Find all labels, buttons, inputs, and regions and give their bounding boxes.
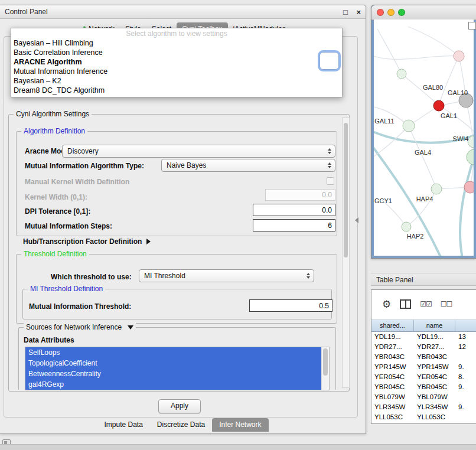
sources-legend[interactable]: Sources for Network Inference	[24, 323, 136, 331]
network-node[interactable]	[433, 100, 444, 111]
table-cell[interactable]	[455, 412, 476, 422]
network-node[interactable]	[397, 69, 406, 79]
dpi-tolerance-input[interactable]	[253, 204, 335, 216]
table-row[interactable]: YER054CYER054C8.	[371, 372, 476, 382]
algorithm-menu-item[interactable]: Bayesian – K2	[11, 76, 342, 86]
attribute-list-item[interactable]: gal4RGexp	[25, 379, 322, 390]
close-traffic-light-icon[interactable]	[377, 9, 384, 16]
table-cell[interactable]: YER054C	[414, 372, 455, 382]
table-row[interactable]: YDL19...YDL19...13	[371, 332, 476, 342]
control-panel-titlebar[interactable]: Control Panel □ ×	[0, 5, 366, 19]
table-cell[interactable]: YBR045C	[414, 382, 455, 392]
table-cell[interactable]: YLR345W	[414, 402, 455, 412]
dpi-tolerance-label: DPI Tolerance [0,1]:	[25, 207, 90, 216]
sources-group: Sources for Network Inference Data Attri…	[18, 327, 336, 390]
bottom-tab-infer-network[interactable]: Infer Network	[212, 418, 268, 432]
table-cell[interactable]: YBR045C	[371, 382, 414, 392]
deselect-all-checkboxes-icon[interactable]: ☐☐	[441, 299, 452, 309]
apply-button[interactable]: Apply	[158, 399, 201, 413]
algorithm-menu-item[interactable]: Dream8 DC_TDC Algorithm	[11, 86, 342, 95]
table-cell[interactable]: 8.	[455, 372, 476, 382]
network-canvas[interactable]: GAL80GAL10GAL11GAL1SWI4GAL4GCY1HAP4HAP2	[374, 19, 474, 256]
table-cell[interactable]: YDR27...	[414, 342, 455, 352]
table-cell[interactable]: YLR345W	[371, 402, 414, 412]
mi-threshold-input[interactable]	[249, 299, 332, 312]
table-cell[interactable]: YLL053C	[414, 412, 455, 422]
table-row[interactable]: YBR045CYBR045C9.	[371, 382, 476, 392]
network-node[interactable]	[403, 120, 415, 132]
table-cell[interactable]	[455, 392, 476, 402]
mi-threshold-legend: MI Threshold Definition	[28, 285, 105, 293]
float-window-icon[interactable]: □	[343, 8, 348, 17]
scrollbar-thumb[interactable]	[323, 348, 328, 376]
table-cell[interactable]: YDR27...	[371, 342, 414, 352]
algorithm-menu-item[interactable]: Bayesian – Hill Climbing	[11, 38, 342, 48]
attribute-list-scrollbar[interactable]	[321, 347, 329, 390]
table-row[interactable]: YLL053CYLL053C	[371, 412, 476, 422]
table-cell[interactable]: YER054C	[371, 372, 414, 382]
settings-scrollbar[interactable]	[342, 118, 350, 388]
columns-icon[interactable]	[400, 299, 411, 309]
algorithm-menu-item[interactable]: ARACNE Algorithm	[11, 57, 342, 67]
table-row[interactable]: YBL079WYBL079W	[371, 392, 476, 402]
table-cell[interactable]: 9.	[455, 382, 476, 392]
scrollbar-thumb[interactable]	[344, 123, 348, 257]
algorithm-menu-item[interactable]: Mutual Information Inference	[11, 67, 342, 76]
network-edge[interactable]	[439, 56, 459, 106]
bottom-tab-impute-data[interactable]: Impute Data	[97, 418, 149, 432]
hub-definition-toggle[interactable]: Hub/Transcription Factor Definition	[23, 237, 151, 246]
table-row[interactable]: YDR27...YDR27...12	[371, 342, 476, 352]
table-cell[interactable]: YLL053C	[371, 412, 414, 422]
zoom-traffic-light-icon[interactable]	[398, 9, 405, 16]
table-cell[interactable]: YPR145W	[371, 362, 414, 372]
attribute-list-item[interactable]: BetweennessCentrality	[25, 369, 322, 379]
column-header[interactable]	[455, 319, 476, 332]
network-node[interactable]	[464, 181, 474, 193]
table-cell[interactable]: YBR043C	[371, 352, 414, 362]
column-header[interactable]: name	[414, 319, 455, 332]
algorithm-menu-item[interactable]: Basic Correlation Inference	[11, 48, 342, 57]
network-view-titlebar[interactable]	[371, 5, 476, 20]
network-edge[interactable]	[408, 27, 459, 56]
close-window-icon[interactable]: ×	[356, 8, 361, 17]
network-node[interactable]	[454, 51, 464, 61]
splitter-collapse-icon[interactable]	[355, 217, 358, 223]
gear-icon[interactable]: ⚙	[382, 299, 391, 309]
table-cell[interactable]	[455, 352, 476, 362]
network-node[interactable]	[467, 149, 474, 165]
bottom-tab-discretize-data[interactable]: Discretize Data	[150, 418, 212, 432]
mi-steps-input[interactable]	[253, 219, 335, 231]
canvas-scroll-button[interactable]	[468, 22, 476, 30]
network-edge[interactable]	[374, 56, 459, 59]
table-cell[interactable]: 12	[455, 342, 476, 352]
table-cell[interactable]: YDL19...	[371, 332, 414, 342]
titlebar-buttons: □ ×	[337, 5, 361, 19]
which-threshold-select[interactable]: MI Threshold	[139, 269, 314, 282]
network-edge[interactable]	[409, 126, 436, 189]
table-cell[interactable]: YBR043C	[414, 352, 455, 362]
focused-help-button[interactable]	[319, 52, 339, 70]
aracne-mode-select[interactable]: Discovery	[62, 145, 335, 158]
network-edge[interactable]	[466, 100, 474, 157]
attribute-list-item[interactable]: TopologicalCoefficient	[25, 358, 322, 369]
table-cell[interactable]: YPR145W	[414, 362, 455, 372]
table-cell[interactable]: 9.	[455, 402, 476, 412]
mi-type-label: Mutual Information Algorithm Type:	[25, 162, 144, 170]
table-cell[interactable]: YBL079W	[371, 392, 414, 402]
table-cell[interactable]: 13	[455, 332, 476, 342]
column-header[interactable]: shared...	[371, 319, 414, 332]
table-cell[interactable]: YDL19...	[414, 332, 455, 342]
network-edge-thick[interactable]	[460, 157, 474, 256]
network-node[interactable]	[402, 222, 411, 231]
table-cell[interactable]: 9.	[455, 362, 476, 372]
mi-type-select[interactable]: Naive Bayes	[161, 159, 335, 172]
attribute-list-item[interactable]: SelfLoops	[25, 347, 322, 358]
network-node[interactable]	[431, 184, 442, 194]
table-row[interactable]: YLR345WYLR345W9.	[371, 402, 476, 412]
select-all-checkboxes-icon[interactable]: ☑☑	[420, 299, 432, 309]
table-row[interactable]: YBR043CYBR043C	[371, 352, 476, 362]
table-row[interactable]: YPR145WYPR145W9.	[371, 362, 476, 372]
network-edge[interactable]	[377, 29, 402, 74]
minimize-traffic-light-icon[interactable]	[387, 9, 395, 16]
table-cell[interactable]: YBL079W	[414, 392, 455, 402]
